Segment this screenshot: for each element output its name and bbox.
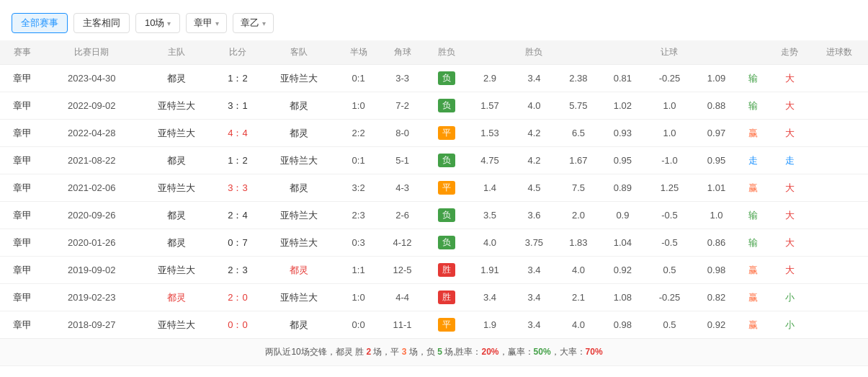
cell-home: 都灵	[138, 202, 214, 229]
cell-goals: 小	[768, 284, 810, 311]
cell-wl2: 3.75	[512, 229, 556, 257]
col-date: 比赛日期	[45, 40, 138, 65]
score-value: 2：3	[228, 265, 247, 275]
cell-v3: 1.67	[556, 147, 600, 174]
cell-rangqiu2: 1.0	[645, 92, 694, 120]
cell-date: 2018-09-27	[45, 311, 138, 339]
table-header-row: 赛事 比赛日期 主队 比分 客队 半场 角球 胜负 胜负 让球 走势 进球数	[0, 40, 868, 65]
cell-score: 2：3	[214, 257, 261, 284]
cell-home: 都灵	[138, 229, 214, 257]
cell-wl2: 4.5	[512, 174, 556, 202]
cell-half: 1:0	[337, 284, 380, 311]
cell-half: 0:0	[337, 311, 380, 339]
cell-trend: 输	[738, 92, 768, 120]
cell-wl1: 平	[425, 311, 467, 339]
cell-corner: 11-1	[380, 311, 425, 339]
cell-v3: 2.0	[556, 202, 600, 229]
tab-home-away[interactable]: 主客相同	[73, 13, 130, 33]
cell-corner: 3-3	[380, 65, 425, 92]
col-wl1: 胜负	[425, 40, 467, 65]
cell-trend: 输	[738, 202, 768, 229]
cell-corner: 5-1	[380, 147, 425, 174]
cell-v1: 3.4	[467, 284, 511, 311]
cell-corner: 4-12	[380, 229, 425, 257]
col-v1	[467, 40, 511, 65]
cell-home: 亚特兰大	[138, 174, 214, 202]
summary-text: 两队近10场交锋，都灵 胜 2 场，平 3 场，负 5 场,胜率：20%，赢率：…	[0, 339, 868, 366]
score-value: 3：1	[228, 100, 247, 111]
cell-wl2: 3.4	[512, 65, 556, 92]
cell-home: 亚特兰大	[138, 311, 214, 339]
cell-home: 都灵	[138, 65, 214, 92]
cell-goals: 大	[768, 257, 810, 284]
score-value: 3：3	[228, 182, 247, 193]
cell-wl2: 3.4	[512, 257, 556, 284]
col-corner: 角球	[380, 40, 425, 65]
cell-half: 0:1	[337, 65, 380, 92]
cell-score: 1：2	[214, 147, 261, 174]
table-row: 章甲 2023-04-30 都灵 1：2 亚特兰大 0:1 3-3 负 2.9 …	[0, 65, 868, 92]
cell-away: 都灵	[261, 311, 336, 339]
cell-goals: 大	[768, 174, 810, 202]
filter-zhangYi[interactable]: 章乙 ▾	[233, 13, 274, 33]
cell-v1: 1.57	[467, 92, 511, 120]
cell-rangqiu2: -0.5	[645, 229, 694, 257]
cell-date: 2020-01-26	[45, 229, 138, 257]
table-row: 章甲 2021-08-22 都灵 1：2 亚特兰大 0:1 5-1 负 4.75…	[0, 147, 868, 174]
cell-trend: 走	[738, 147, 768, 174]
cell-v3: 1.83	[556, 229, 600, 257]
cell-score: 2：4	[214, 202, 261, 229]
cell-rangqiu3: 0.98	[694, 257, 738, 284]
cell-wl1: 平	[425, 174, 467, 202]
cell-goals: 走	[768, 147, 810, 174]
cell-corner: 8-0	[380, 120, 425, 147]
cell-v1: 1.91	[467, 257, 511, 284]
cell-half: 2:2	[337, 120, 380, 147]
cell-wl2: 4.2	[512, 120, 556, 147]
tab-all-matches[interactable]: 全部赛事	[12, 13, 68, 33]
cell-rangqiu2: -0.25	[645, 284, 694, 311]
cell-corner: 7-2	[380, 92, 425, 120]
col-league: 赛事	[0, 40, 45, 65]
cell-score: 2：0	[214, 284, 261, 311]
cell-wl1: 胜	[425, 257, 467, 284]
cell-corner: 12-5	[380, 257, 425, 284]
cell-rangqiu2: 1.25	[645, 174, 694, 202]
cell-league: 章甲	[0, 284, 45, 311]
table-row: 章甲 2021-02-06 亚特兰大 3：3 都灵 3:2 4-3 平 1.4 …	[0, 174, 868, 202]
cell-goals: 大	[768, 229, 810, 257]
cell-rangqiu2: -1.0	[645, 147, 694, 174]
cell-rangqiu3: 0.88	[694, 92, 738, 120]
cell-league: 章甲	[0, 147, 45, 174]
cell-corner: 4-4	[380, 284, 425, 311]
cell-half: 0:1	[337, 147, 380, 174]
tab-count[interactable]: 10场 ▾	[135, 13, 180, 33]
cell-trend: 赢	[738, 174, 768, 202]
cell-rangqiu3: 0.82	[694, 284, 738, 311]
table-row: 章甲 2020-01-26 都灵 0：7 亚特兰大 0:3 4-12 负 4.0…	[0, 229, 868, 257]
cell-rangqiu: 0.98	[601, 311, 645, 339]
cell-half: 1:1	[337, 257, 380, 284]
cell-v1: 1.53	[467, 120, 511, 147]
cell-home: 亚特兰大	[138, 92, 214, 120]
cell-v1: 1.4	[467, 174, 511, 202]
cell-v3: 7.5	[556, 174, 600, 202]
cell-wl1: 负	[425, 92, 467, 120]
cell-v3: 6.5	[556, 120, 600, 147]
table-row: 章甲 2019-09-02 亚特兰大 2：3 都灵 1:1 12-5 胜 1.9…	[0, 257, 868, 284]
cell-rangqiu2: -0.5	[645, 202, 694, 229]
cell-away: 都灵	[261, 92, 336, 120]
cell-away: 都灵	[261, 174, 336, 202]
cell-score: 3：3	[214, 174, 261, 202]
cell-v1: 4.0	[467, 229, 511, 257]
table-row: 章甲 2022-09-02 亚特兰大 3：1 都灵 1:0 7-2 负 1.57…	[0, 92, 868, 120]
cell-home: 亚特兰大	[138, 257, 214, 284]
score-value: 2：0	[228, 292, 247, 303]
cell-league: 章甲	[0, 311, 45, 339]
cell-score: 4：4	[214, 120, 261, 147]
score-value: 2：4	[228, 210, 247, 221]
cell-rangqiu: 0.81	[601, 65, 645, 92]
cell-goals: 大	[768, 202, 810, 229]
main-container: 全部赛事 主客相同 10场 ▾ 章甲 ▾ 章乙 ▾ 赛事 比赛日期 主队 比分 …	[0, 0, 868, 377]
filter-zhangJia[interactable]: 章甲 ▾	[186, 13, 227, 33]
